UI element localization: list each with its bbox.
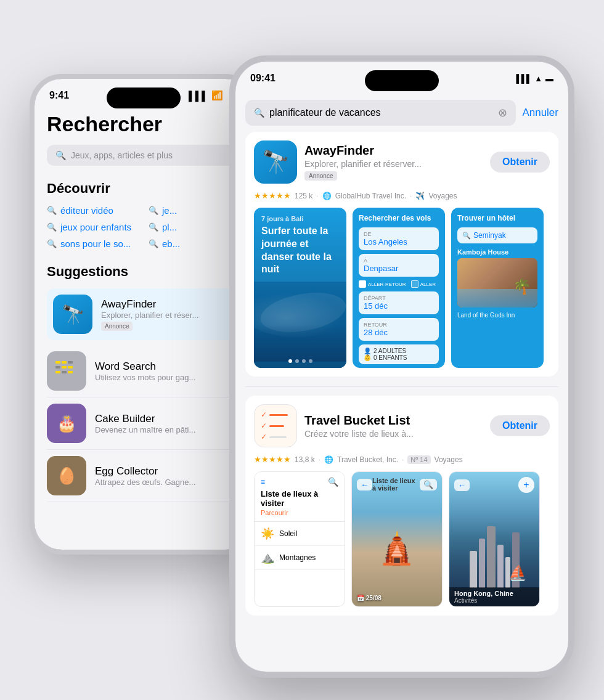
eggcollector-desc: Attrapez des œufs. Gagne... xyxy=(95,478,240,487)
suggestion-item-awayfinder[interactable]: 🔭 AwayFinder Explorer, planifier et rése… xyxy=(47,288,240,340)
clear-button[interactable]: ⊗ xyxy=(498,106,507,120)
suggestion-item-wordsearch[interactable]: Word Search Utilisez vos mots pour gag..… xyxy=(47,345,240,397)
front-time: 09:41 xyxy=(250,73,275,84)
adults-count: 2 ADULTES xyxy=(373,348,406,354)
suggestions-title: Suggestions xyxy=(47,264,240,280)
tbl-category: Voyages xyxy=(435,455,463,464)
discover-item-4[interactable]: 🔍 pl... xyxy=(149,222,240,232)
flight-from: DE Los Angeles xyxy=(359,227,439,250)
roundtrip-label: ALLER-RETOUR xyxy=(368,282,406,287)
discover-item-2[interactable]: 🔍 je... xyxy=(149,205,240,216)
tbl-app-info: Travel Bucket List Créez votre liste de … xyxy=(304,413,483,439)
tbl-meta: ★★★★★ 13,8 k · 🌐 Travel Bucket, Inc. · N… xyxy=(254,455,550,464)
wifi-icon: 📶 xyxy=(211,90,223,101)
flight-from-value: Los Angeles xyxy=(364,237,434,246)
cakebuilder-icon: 🎂 xyxy=(47,404,86,443)
svg-rect-4 xyxy=(62,366,67,368)
bali-label: 7 jours à Bali xyxy=(261,215,339,222)
hongkong-subtext: Activités xyxy=(454,597,534,604)
tbl-screenshot-1: ≡ 🔍 Liste de lieux à visiter Parcourir ☀… xyxy=(254,471,345,607)
badge-icon: Nº 14 xyxy=(407,455,430,464)
battery-icon: ▬ xyxy=(545,74,553,83)
adult-icon: 👤 xyxy=(364,348,371,354)
awayfinder-app-icon: 🔭 xyxy=(254,140,297,184)
flight-screenshot: Rechercher des vols DE Los Angeles À Den… xyxy=(353,208,445,368)
flight-title: Rechercher des vols xyxy=(359,214,439,222)
awayfinder-meta: ★★★★★ 125 k · 🌐 GlobalHub Travel Inc. · … xyxy=(254,191,550,200)
tbl-screenshots-carousel[interactable]: ≡ 🔍 Liste de lieux à visiter Parcourir ☀… xyxy=(254,471,550,607)
back-phone: 9:41 ▌▌▌ 📶 🔋 Rechercher 🔍 Jeux, apps, ar… xyxy=(30,74,258,555)
svg-rect-6 xyxy=(55,371,60,373)
discover-item-5[interactable]: 🔍 sons pour le so... xyxy=(47,238,139,249)
awayfinder-obtain-button[interactable]: Obtenir xyxy=(490,152,550,173)
child-icon: 👶 xyxy=(364,354,371,361)
tbl-app-desc: Créez votre liste de lieux à... xyxy=(304,429,483,439)
wordsearch-name: Word Search xyxy=(95,360,240,373)
tbl-mountain-item: ⛰️ Montagnes xyxy=(255,546,345,570)
tbl-header: ✓ ✓ ✓ Travel Bucket List xyxy=(254,404,550,447)
discover-item-6[interactable]: 🔍 eb... xyxy=(149,238,240,249)
discover-label: sons pour le so... xyxy=(60,238,131,249)
awayfinder-text: AwayFinder Explorer, planifier et réser.… xyxy=(101,298,234,331)
return-date: RETOUR 28 déc xyxy=(359,318,439,341)
discover-label: jeux pour enfants xyxy=(60,222,131,232)
front-search-area: 🔍 ⊗ Annuler xyxy=(235,95,568,132)
hotel-image: 🌴 xyxy=(457,258,537,307)
flight-to: À Denpasar xyxy=(359,254,439,277)
search-icon: 🔍 xyxy=(462,232,471,240)
roundtrip-checkbox xyxy=(359,280,366,288)
svg-rect-5 xyxy=(68,366,73,368)
ad-badge: Annonce xyxy=(101,322,133,331)
hotel-title: Trouver un hôtel xyxy=(457,214,537,222)
discover-label: eb... xyxy=(162,238,180,249)
tbl-obtain-button[interactable]: Obtenir xyxy=(490,415,550,436)
back-dynamic-island xyxy=(107,88,181,108)
discover-item-1[interactable]: 🔍 éditeur vidéo xyxy=(47,205,139,216)
flight-type-options: ALLER-RETOUR ALLER xyxy=(359,280,439,288)
suggestion-item-eggcollector[interactable]: 🥚 Egg Collector Attrapez des œufs. Gagne… xyxy=(47,450,240,502)
svg-rect-3 xyxy=(55,366,60,368)
screenshots-carousel[interactable]: 7 jours à Bali Surfer toute la journée e… xyxy=(254,208,550,368)
awayfinder-publisher: GlobalHub Travel Inc. xyxy=(335,192,406,200)
search-icon: 🔍 xyxy=(254,108,264,118)
awayfinder-desc: Explorer, planifier et réser... xyxy=(101,311,234,320)
hotel-inn-name: Land of the Gods Inn xyxy=(457,311,537,319)
cancel-button[interactable]: Annuler xyxy=(522,107,558,119)
eggcollector-icon: 🥚 xyxy=(47,456,86,495)
search-icon: 🔍 xyxy=(55,150,66,160)
awayfinder-card: 🔭 AwayFinder Explorer, planifier et rése… xyxy=(245,132,558,376)
hotel-search-bar: 🔍 Seminyak xyxy=(457,227,537,243)
suggestion-item-cakebuilder[interactable]: 🎂 Cake Builder Devenez un maître en pâti… xyxy=(47,397,240,450)
suggestions-section: Suggestions 🔭 AwayFinder Explorer, plani… xyxy=(47,264,240,502)
search-input[interactable] xyxy=(269,107,493,118)
search-icon: 🔍 xyxy=(149,206,158,215)
globe-icon: 🌐 xyxy=(324,455,333,464)
tbl-stars: ★★★★★ xyxy=(254,455,291,464)
globe-icon: 🌐 xyxy=(322,192,332,200)
oneway-checkbox xyxy=(411,280,418,288)
discover-label: je... xyxy=(162,205,177,216)
children-count: 0 ENFANTS xyxy=(373,354,407,361)
discover-item-3[interactable]: 🔍 jeux pour enfants xyxy=(47,222,139,232)
front-status-icons: ▌▌▌ ▲ ▬ xyxy=(516,74,553,83)
travel-bucket-card: ✓ ✓ ✓ Travel Bucket List xyxy=(245,396,558,616)
discover-section: Découvrir 🔍 éditeur vidéo 🔍 je... 🔍 jeux… xyxy=(47,181,240,249)
carousel-dots xyxy=(254,359,346,363)
plane-icon: ✈️ xyxy=(415,192,425,200)
front-dynamic-island xyxy=(365,70,439,91)
tbl-list-title: Liste de lieux à visiter xyxy=(261,489,338,508)
awayfinder-app-name: AwayFinder xyxy=(304,144,483,158)
signal-icon: ▌▌▌ xyxy=(189,91,208,101)
tbl-screenshot-3: ← + xyxy=(449,471,540,607)
search-icon: 🔍 xyxy=(47,222,57,232)
search-icon: 🔍 xyxy=(149,239,158,248)
svg-rect-0 xyxy=(55,361,60,364)
back-search-bar[interactable]: 🔍 Jeux, apps, articles et plus xyxy=(47,145,240,166)
cakebuilder-name: Cake Builder xyxy=(95,413,240,425)
cakebuilder-text: Cake Builder Devenez un maître en pâti..… xyxy=(95,413,240,434)
front-scroll-content[interactable]: 🔭 AwayFinder Explorer, planifier et rése… xyxy=(235,132,568,672)
wordsearch-icon xyxy=(47,351,86,391)
front-search-bar[interactable]: 🔍 ⊗ xyxy=(245,100,516,126)
search-icon: 🔍 xyxy=(149,222,158,232)
search-icon: 🔍 xyxy=(47,206,57,215)
